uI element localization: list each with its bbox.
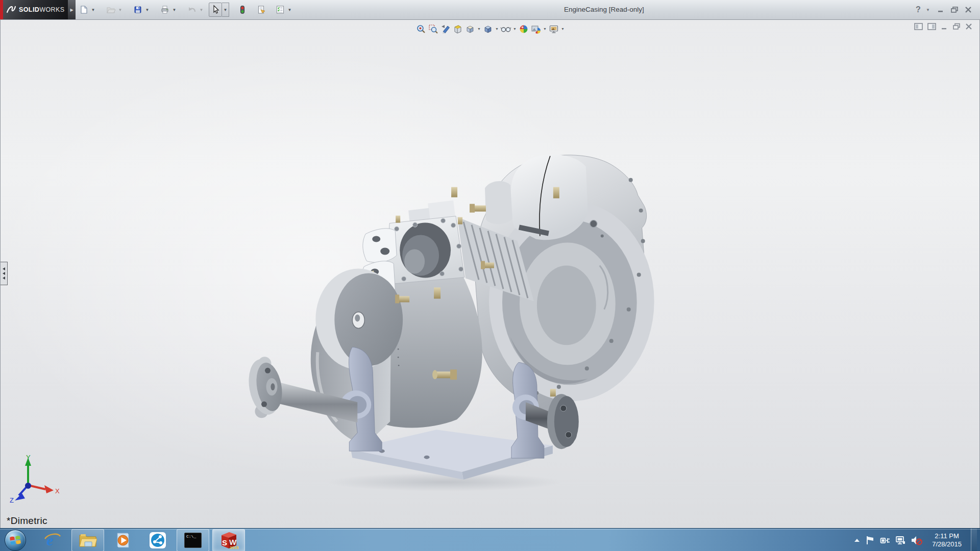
rebuild-traffic-light-icon <box>237 5 248 15</box>
collapse-arrow-icon <box>3 277 5 280</box>
clock-time: 2:11 PM <box>932 532 962 540</box>
select-arrow-icon <box>210 5 220 15</box>
taskbar-item-internet-explorer[interactable]: e <box>37 530 68 551</box>
restore-document-icon[interactable] <box>952 23 961 30</box>
options-dropdown[interactable]: ▼ <box>286 3 293 16</box>
main-toolbar: ▼ ▼ ▼ ▼ <box>78 0 301 19</box>
apply-scene-dropdown[interactable]: ▼ <box>542 22 548 36</box>
open-button[interactable] <box>105 3 117 16</box>
display-style-dropdown[interactable]: ▼ <box>494 22 500 36</box>
network-display-icon[interactable] <box>895 536 905 545</box>
print-dropdown[interactable]: ▼ <box>171 3 178 16</box>
restore-button[interactable] <box>950 5 959 14</box>
select-dropdown[interactable]: ▼ <box>222 3 229 17</box>
open-dropdown[interactable]: ▼ <box>117 3 124 16</box>
display-style-cube-icon <box>483 24 493 34</box>
apply-scene-button[interactable] <box>530 22 542 36</box>
logo-red-stripe <box>0 0 3 19</box>
taskbar-item-share-app[interactable] <box>142 530 174 551</box>
undo-button[interactable] <box>186 3 198 16</box>
section-view-button[interactable] <box>452 22 464 36</box>
zoom-to-area-button[interactable] <box>427 22 439 36</box>
svg-text:Y: Y <box>26 454 31 461</box>
taskbar-item-windows-explorer[interactable] <box>71 529 104 551</box>
feature-manager-collapse-tab[interactable] <box>1 262 8 285</box>
file-properties-button[interactable] <box>255 3 267 16</box>
pane-left-icon[interactable] <box>914 23 923 30</box>
brand-bold: SOLID <box>19 6 39 13</box>
svg-text:2015: 2015 <box>230 545 239 550</box>
save-button[interactable] <box>132 3 144 16</box>
volume-muted-icon[interactable] <box>911 535 923 545</box>
print-button[interactable] <box>159 3 171 16</box>
power-plug-icon[interactable] <box>880 536 890 545</box>
document-title: EngineCasing [Read-only] <box>564 0 644 19</box>
options-button[interactable] <box>274 3 286 16</box>
view-orientation-label: *Dimetric <box>7 515 47 527</box>
show-desktop-button[interactable] <box>971 529 977 551</box>
eyeglasses-icon <box>500 24 511 34</box>
zoom-to-area-icon <box>428 24 438 34</box>
taskbar-item-solidworks[interactable]: S W 2015 <box>212 529 245 551</box>
taskbar-item-command-prompt[interactable]: C:\_ <box>177 529 209 551</box>
view-settings-button[interactable] <box>548 22 560 36</box>
new-document-button[interactable] <box>78 3 90 16</box>
rebuild-button[interactable] <box>236 3 249 16</box>
apply-scene-icon <box>531 24 541 34</box>
document-window-controls <box>914 23 972 30</box>
open-folder-icon <box>106 5 116 15</box>
collapse-arrow-icon <box>3 267 5 270</box>
command-prompt-icon: C:\_ <box>184 533 202 548</box>
media-player-icon <box>114 532 132 549</box>
view-orientation-button[interactable] <box>464 22 476 36</box>
view-settings-dropdown[interactable]: ▼ <box>560 22 566 36</box>
save-dropdown[interactable]: ▼ <box>144 3 151 16</box>
solidworks-cube-icon: S W 2015 <box>218 531 239 550</box>
minimize-button[interactable] <box>936 5 945 14</box>
hide-show-items-dropdown[interactable]: ▼ <box>512 22 518 36</box>
taskbar-item-media-player[interactable] <box>107 530 139 551</box>
section-view-icon <box>453 24 463 34</box>
close-document-icon[interactable] <box>965 23 972 30</box>
previous-view-button[interactable] <box>439 22 452 36</box>
print-icon <box>160 5 170 15</box>
clock-date: 7/28/2015 <box>932 540 962 548</box>
pane-right-icon[interactable] <box>927 23 936 30</box>
view-orientation-dropdown[interactable]: ▼ <box>476 22 482 36</box>
taskbar-clock[interactable]: 2:11 PM 7/28/2015 <box>932 532 962 548</box>
edit-appearance-button[interactable] <box>518 22 530 36</box>
appearance-ball-icon <box>519 24 529 34</box>
system-tray: 2:11 PM 7/28/2015 <box>853 529 977 551</box>
hide-show-items-button[interactable] <box>500 22 512 36</box>
svg-text:X: X <box>55 487 60 495</box>
solidworks-window: SOLIDWORKS ▶ ▼ ▼ ▼ <box>0 0 980 551</box>
select-button[interactable] <box>209 3 222 17</box>
cylinder-top-flange[interactable] <box>385 201 464 285</box>
help-dropdown[interactable]: ▼ <box>927 5 932 14</box>
solidworks-logo: SOLIDWORKS <box>0 0 68 19</box>
start-button[interactable] <box>4 529 27 551</box>
graphics-area[interactable]: ▼ ▼ ▼ ▼ ▼ <box>0 19 980 529</box>
reference-triad: Y X Z <box>8 454 64 505</box>
minimize-document-icon[interactable] <box>941 23 948 30</box>
menu-expand-tab[interactable]: ▶ <box>68 0 76 19</box>
zoom-to-fit-button[interactable] <box>415 22 427 36</box>
heads-up-view-toolbar: ▼ ▼ ▼ ▼ ▼ <box>415 22 566 36</box>
view-orientation-cube-icon <box>465 24 475 34</box>
hidden-icons-chevron-icon[interactable] <box>853 538 861 543</box>
undo-dropdown[interactable]: ▼ <box>198 3 205 16</box>
help-button[interactable]: ? <box>914 5 923 14</box>
action-center-flag-icon[interactable] <box>866 536 875 545</box>
collapse-arrow-icon <box>3 272 5 275</box>
save-floppy-icon <box>133 5 143 15</box>
title-bar: SOLIDWORKS ▶ ▼ ▼ ▼ <box>0 0 980 20</box>
windows-taskbar: e <box>0 528 980 551</box>
engine-casing-model[interactable] <box>1 20 979 528</box>
close-button[interactable] <box>964 5 973 14</box>
svg-text:Z: Z <box>10 496 14 504</box>
svg-text:S: S <box>222 538 227 547</box>
display-style-button[interactable] <box>482 22 494 36</box>
zoom-to-fit-icon <box>416 24 426 34</box>
new-document-dropdown[interactable]: ▼ <box>90 3 96 16</box>
solidworks-sigma-s-icon <box>6 5 16 15</box>
